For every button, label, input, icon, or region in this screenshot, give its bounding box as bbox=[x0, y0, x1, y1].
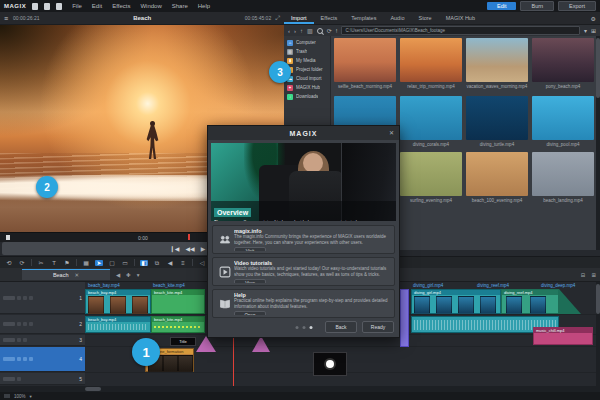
media-pool-scrollbar[interactable] bbox=[596, 36, 600, 250]
audio-clip-beach[interactable]: beach_bay.mp4 bbox=[85, 316, 151, 333]
track-header-5[interactable]: 5 bbox=[0, 373, 85, 385]
storyboard-mode-icon[interactable]: ▦ bbox=[82, 260, 90, 266]
track-header-2[interactable]: 2 bbox=[0, 315, 85, 334]
tab-templates[interactable]: Templates bbox=[344, 15, 383, 24]
open-project-icon[interactable] bbox=[44, 3, 50, 10]
video-clip-diving-2[interactable]: diving_reef.mp4 bbox=[501, 289, 559, 314]
tutorial-badge-3[interactable]: 3 bbox=[269, 61, 291, 83]
menu-help[interactable]: Help bbox=[198, 3, 210, 9]
timeline-vscrollbar[interactable] bbox=[596, 282, 600, 386]
media-thumbnail[interactable] bbox=[400, 38, 462, 82]
tab-scroll-left-icon[interactable]: ◀ bbox=[116, 272, 120, 278]
tab-audio[interactable]: Audio bbox=[383, 15, 411, 24]
transition-clip[interactable] bbox=[252, 336, 270, 352]
redo-icon[interactable]: ⟳ bbox=[18, 260, 26, 266]
tab-menu-icon[interactable]: ▾ bbox=[137, 272, 140, 278]
video-clip-green[interactable]: beach_kite.mp4 bbox=[151, 289, 205, 314]
refresh-icon[interactable]: ⟳ bbox=[327, 28, 332, 34]
media-thumbnail[interactable] bbox=[532, 152, 594, 196]
range-marker[interactable] bbox=[188, 234, 190, 240]
media-thumbnail[interactable] bbox=[400, 96, 462, 140]
video-clip-diving[interactable]: diving_girl.mp4 bbox=[411, 289, 501, 314]
transition-clip[interactable] bbox=[196, 336, 216, 352]
search-icon[interactable] bbox=[317, 28, 323, 34]
add-arrangement-icon[interactable]: ✚ bbox=[126, 272, 131, 278]
undo-icon[interactable]: ⟲ bbox=[5, 260, 13, 266]
track-header-4-selected[interactable]: 4 bbox=[0, 347, 85, 372]
page-dot[interactable] bbox=[302, 326, 305, 329]
menu-share[interactable]: Share bbox=[172, 3, 188, 9]
ready-button[interactable]: Ready bbox=[362, 321, 394, 333]
mode-edit-button[interactable]: Edit bbox=[487, 2, 516, 10]
media-thumbnail[interactable] bbox=[466, 152, 528, 196]
snap-mode-icon[interactable]: ◧ bbox=[140, 260, 148, 266]
open-button[interactable]: Open bbox=[234, 311, 266, 315]
list-icon[interactable]: ≡ bbox=[179, 260, 187, 266]
sidebar-item-downloads[interactable]: ↓ Downloads bbox=[284, 92, 330, 101]
effect-clip-dot[interactable] bbox=[313, 352, 347, 376]
nav-back-icon[interactable]: ‹ bbox=[288, 28, 290, 34]
scrub-position-marker[interactable] bbox=[6, 235, 10, 240]
back-button[interactable]: Back bbox=[325, 321, 357, 333]
path-field[interactable]: C:\Users\User\Documents\MAGIX\Beach_foot… bbox=[341, 26, 580, 35]
dialog-close-icon[interactable]: ✕ bbox=[389, 129, 394, 136]
rewind-button[interactable]: ◀◀ bbox=[185, 246, 194, 252]
view-button[interactable]: View bbox=[234, 279, 266, 283]
sidebar-item-my-media[interactable]: ▮ My Media bbox=[284, 56, 330, 65]
prev-object-icon[interactable]: ◁ bbox=[198, 260, 206, 266]
mode-burn-button[interactable]: Burn bbox=[520, 1, 554, 11]
music-clip[interactable]: music_chill.mp4 bbox=[533, 327, 593, 345]
tutorial-badge-1[interactable]: 1 bbox=[132, 338, 160, 366]
media-thumbnail[interactable] bbox=[334, 38, 396, 82]
video-clip-purple[interactable] bbox=[400, 289, 409, 347]
tutorial-badge-2[interactable]: 2 bbox=[36, 176, 58, 198]
play-button[interactable]: ▶ bbox=[201, 246, 206, 252]
skip-start-button[interactable]: ❙◀ bbox=[170, 246, 180, 252]
media-thumbnail[interactable] bbox=[400, 152, 462, 196]
zoom-out-icon[interactable]: ⊟ bbox=[581, 272, 586, 278]
media-thumbnail[interactable] bbox=[532, 96, 594, 140]
video-clip-beach[interactable]: beach_bay.mp4 bbox=[85, 289, 151, 314]
audio-clip-green[interactable]: beach_kite.mp4 bbox=[151, 316, 205, 333]
dialog-titlebar[interactable]: MAGIX ✕ bbox=[208, 126, 399, 140]
save-project-icon[interactable] bbox=[56, 3, 62, 10]
mode-export-button[interactable]: Export bbox=[558, 1, 596, 11]
close-tab-icon[interactable]: ✕ bbox=[75, 272, 80, 278]
fullscreen-icon[interactable]: ⤢ bbox=[275, 15, 280, 22]
folder-up-icon[interactable]: ↑ bbox=[300, 28, 303, 34]
sidebar-item-magix-hub[interactable]: ✦ MAGIX Hub bbox=[284, 83, 330, 92]
insert-mode-icon[interactable]: ◀ bbox=[166, 260, 174, 266]
zoom-dropdown-icon[interactable]: ▾ bbox=[30, 394, 32, 399]
track-header-3[interactable]: 3 bbox=[0, 335, 85, 346]
nav-forward-icon[interactable]: › bbox=[294, 28, 296, 34]
menu-effects[interactable]: Effects bbox=[112, 3, 130, 9]
tab-effects[interactable]: Effects bbox=[314, 15, 345, 24]
preview-menu-icon[interactable]: ≡ bbox=[4, 15, 8, 22]
object-mode-icon[interactable]: ▢ bbox=[108, 260, 116, 266]
page-dot-active[interactable] bbox=[309, 326, 312, 329]
menu-file[interactable]: File bbox=[72, 3, 82, 9]
page-dot[interactable] bbox=[295, 326, 298, 329]
sidebar-item-trash[interactable]: ▥ Trash bbox=[284, 47, 330, 56]
tab-store[interactable]: Store bbox=[411, 15, 438, 24]
menu-window[interactable]: Window bbox=[140, 3, 161, 9]
media-thumbnail[interactable] bbox=[466, 96, 528, 140]
arrangement-tab-beach[interactable]: Beach ✕ bbox=[22, 269, 110, 280]
track-header-1[interactable]: 1 bbox=[0, 282, 85, 314]
status-grid-icon[interactable] bbox=[4, 394, 10, 398]
text-tool-icon[interactable]: T bbox=[50, 260, 58, 266]
media-thumbnail[interactable] bbox=[466, 38, 528, 82]
sidebar-item-cloud-import[interactable]: ☁ Cloud import bbox=[284, 74, 330, 83]
menu-edit[interactable]: Edit bbox=[92, 3, 102, 9]
marker-icon[interactable]: ⚑ bbox=[63, 260, 71, 266]
cut-icon[interactable]: ✂ bbox=[37, 260, 45, 266]
gear-icon[interactable]: ⚙ bbox=[591, 16, 596, 22]
delete-icon[interactable]: ▥ bbox=[307, 28, 313, 34]
group-icon[interactable]: ⧉ bbox=[153, 260, 161, 266]
view-dropdown-icon[interactable]: ▾ bbox=[584, 28, 587, 34]
tab-magix-hub[interactable]: MAGIX Hub bbox=[439, 15, 482, 24]
view-grid-icon[interactable]: ⊞ bbox=[591, 28, 596, 34]
media-thumbnail[interactable] bbox=[532, 38, 594, 82]
new-project-icon[interactable] bbox=[32, 3, 38, 10]
range-mode-icon[interactable]: ▭ bbox=[121, 260, 129, 266]
